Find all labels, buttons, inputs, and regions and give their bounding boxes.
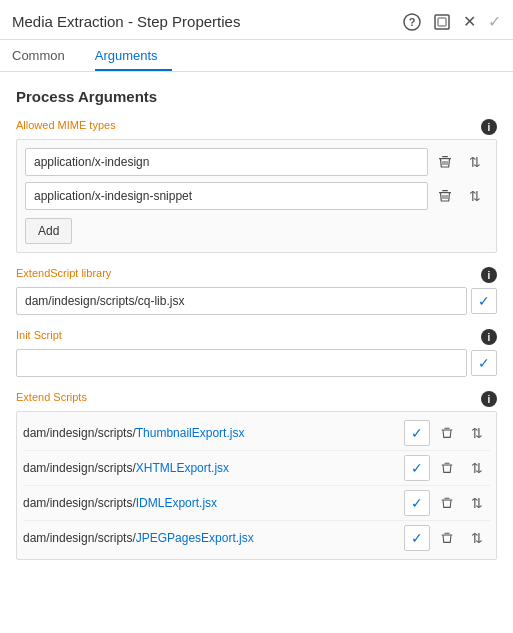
initscript-input-row: ✓ [16, 349, 497, 377]
close-icon[interactable]: ✕ [463, 12, 476, 31]
es-link-2[interactable]: IDMLExport.jsx [136, 496, 217, 510]
es-sort-3[interactable]: ⇅ [464, 525, 490, 551]
es-checkbox-1[interactable]: ✓ [404, 455, 430, 481]
header-icons: ? ✕ ✓ [403, 12, 501, 31]
initscript-label-row: Init Script i [16, 329, 497, 345]
extend-scripts-info-icon[interactable]: i [481, 391, 497, 407]
es-checkbox-3[interactable]: ✓ [404, 525, 430, 551]
es-checkbox-2[interactable]: ✓ [404, 490, 430, 516]
es-sort-0[interactable]: ⇅ [464, 420, 490, 446]
mime-label: Allowed MIME types [16, 119, 116, 131]
mime-add-button[interactable]: Add [25, 218, 72, 244]
es-checkbox-0[interactable]: ✓ [404, 420, 430, 446]
es-prefix-2: dam/indesign/scripts/ [23, 496, 136, 510]
svg-rect-5 [442, 156, 448, 157]
es-delete-3[interactable] [434, 525, 460, 551]
content-area: Process Arguments Allowed MIME types i ⇅ [0, 72, 513, 590]
mime-row-1: ⇅ [25, 182, 488, 210]
es-sort-1[interactable]: ⇅ [464, 455, 490, 481]
es-row-0: dam/indesign/scripts/ThumbnailExport.jsx… [23, 416, 490, 451]
tab-arguments[interactable]: Arguments [95, 40, 172, 71]
mime-input-0[interactable] [25, 148, 428, 176]
initscript-section: Init Script i ✓ [16, 329, 497, 377]
es-text-2: dam/indesign/scripts/IDMLExport.jsx [23, 496, 400, 510]
svg-rect-2 [435, 15, 449, 29]
svg-rect-15 [444, 428, 449, 429]
es-delete-1[interactable] [434, 455, 460, 481]
extendscript-label: ExtendScript library [16, 267, 111, 279]
mime-row-0: ⇅ [25, 148, 488, 176]
extendscript-label-row: ExtendScript library i [16, 267, 497, 283]
svg-rect-17 [444, 463, 449, 464]
mime-info-icon[interactable]: i [481, 119, 497, 135]
mime-sort-1[interactable]: ⇅ [462, 183, 488, 209]
es-text-0: dam/indesign/scripts/ThumbnailExport.jsx [23, 426, 400, 440]
svg-text:?: ? [409, 16, 416, 28]
es-link-0[interactable]: ThumbnailExport.jsx [136, 426, 245, 440]
es-row-1: dam/indesign/scripts/XHTMLExport.jsx ✓ ⇅ [23, 451, 490, 486]
es-text-3: dam/indesign/scripts/JPEGPagesExport.jsx [23, 531, 400, 545]
extendscript-checkbox[interactable]: ✓ [471, 288, 497, 314]
es-delete-0[interactable] [434, 420, 460, 446]
es-sort-2[interactable]: ⇅ [464, 490, 490, 516]
es-prefix-0: dam/indesign/scripts/ [23, 426, 136, 440]
tab-bar: Common Arguments [0, 40, 513, 72]
help-icon[interactable]: ? [403, 13, 421, 31]
svg-rect-10 [442, 190, 448, 191]
es-link-1[interactable]: XHTMLExport.jsx [136, 461, 229, 475]
es-row-2: dam/indesign/scripts/IDMLExport.jsx ✓ ⇅ [23, 486, 490, 521]
extend-scripts-section: Extend Scripts i dam/indesign/scripts/Th… [16, 391, 497, 560]
tab-common[interactable]: Common [12, 40, 79, 71]
es-text-1: dam/indesign/scripts/XHTMLExport.jsx [23, 461, 400, 475]
initscript-label: Init Script [16, 329, 62, 341]
svg-rect-3 [438, 18, 446, 26]
section-title: Process Arguments [16, 88, 497, 105]
initscript-checkbox[interactable]: ✓ [471, 350, 497, 376]
extendscript-section: ExtendScript library i ✓ [16, 267, 497, 315]
mime-delete-0[interactable] [432, 149, 458, 175]
extendscript-input-row: ✓ [16, 287, 497, 315]
extend-scripts-label-row: Extend Scripts i [16, 391, 497, 407]
initscript-info-icon[interactable]: i [481, 329, 497, 345]
mime-input-1[interactable] [25, 182, 428, 210]
initscript-input[interactable] [16, 349, 467, 377]
dialog-header: Media Extraction - Step Properties ? ✕ ✓ [0, 0, 513, 40]
expand-icon[interactable] [433, 13, 451, 31]
mime-section: ⇅ ⇅ Add [16, 139, 497, 253]
confirm-icon[interactable]: ✓ [488, 12, 501, 31]
dialog-title: Media Extraction - Step Properties [12, 13, 240, 30]
es-prefix-3: dam/indesign/scripts/ [23, 531, 136, 545]
extend-scripts-label: Extend Scripts [16, 391, 87, 403]
extendscript-input[interactable] [16, 287, 467, 315]
extendscript-info-icon[interactable]: i [481, 267, 497, 283]
es-row-3: dam/indesign/scripts/JPEGPagesExport.jsx… [23, 521, 490, 555]
es-delete-2[interactable] [434, 490, 460, 516]
mime-delete-1[interactable] [432, 183, 458, 209]
es-prefix-1: dam/indesign/scripts/ [23, 461, 136, 475]
svg-rect-21 [444, 533, 449, 534]
mime-label-row: Allowed MIME types i [16, 119, 497, 135]
es-link-3[interactable]: JPEGPagesExport.jsx [136, 531, 254, 545]
svg-rect-19 [444, 498, 449, 499]
extend-scripts-box: dam/indesign/scripts/ThumbnailExport.jsx… [16, 411, 497, 560]
mime-sort-0[interactable]: ⇅ [462, 149, 488, 175]
